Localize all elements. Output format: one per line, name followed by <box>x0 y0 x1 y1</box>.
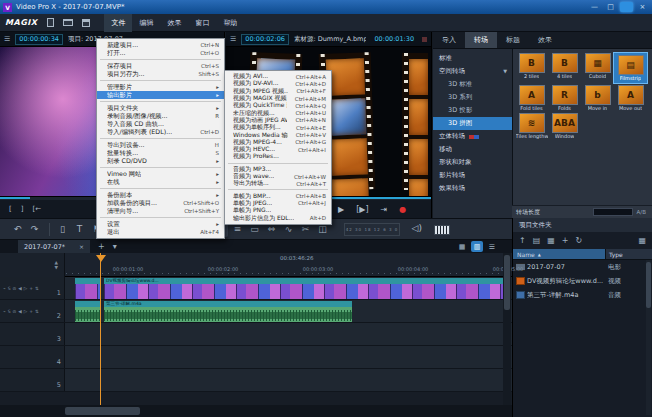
tab-转场[interactable]: 转场 <box>465 32 497 48</box>
category-3D 系列[interactable]: 3D 系列 <box>433 91 512 104</box>
column-header-name[interactable]: Name ▲ <box>513 249 605 259</box>
close-button[interactable]: × <box>636 2 649 12</box>
menu-窗口[interactable]: 窗口 <box>188 14 216 32</box>
tab-more-button[interactable]: ▾ <box>113 242 117 251</box>
category-标准[interactable]: 标准 <box>433 52 512 65</box>
file-menu-item[interactable]: 打开...Ctrl+O <box>97 49 224 57</box>
track-header[interactable]: ⌁S⊙◀▷+⇅2 <box>0 300 65 322</box>
file-menu-item[interactable]: 退出Alt+F4 <box>97 228 224 236</box>
export-menu-item[interactable]: 输出影片信息为 EDL...Alt+D <box>225 214 331 221</box>
transition-thumb[interactable]: AMove out <box>614 85 647 111</box>
delete-icon[interactable]: ▯ <box>55 222 70 237</box>
new-folder-icon[interactable]: + <box>562 236 569 245</box>
source-timecode-out[interactable]: 00:00:01:30 <box>371 35 417 44</box>
track-header[interactable]: ⌁S⊙◀▷+⇅1 <box>0 277 65 299</box>
mixer-icon[interactable] <box>434 225 450 235</box>
file-menu-item[interactable]: 清理向导...Ctrl+Shift+Y <box>97 207 224 215</box>
category-形状和对象[interactable]: 形状和对象 <box>433 156 512 169</box>
timeline-ruler[interactable]: ▲ ▼ 00:03:46:26 00:00:01:0000:00:02:0000… <box>0 253 512 277</box>
track-control-icon[interactable]: ⊙ <box>13 309 17 314</box>
new-project-icon[interactable] <box>47 18 54 27</box>
track-control-icon[interactable]: S <box>8 286 11 291</box>
open-folder-icon[interactable]: ▤ <box>533 236 541 245</box>
track-control-icon[interactable]: ▷ <box>24 309 27 314</box>
track-control-icon[interactable]: ⇅ <box>35 309 39 314</box>
view-timeline-button[interactable]: ▥ <box>471 241 483 252</box>
open-project-icon[interactable] <box>63 19 73 26</box>
category-3D 标准[interactable]: 3D 标准 <box>433 78 512 91</box>
audio-clip[interactable]: 第三节-详解.m4a <box>104 301 352 322</box>
transition-thumb[interactable]: ABAWindow <box>548 113 581 139</box>
transition-length-input[interactable] <box>593 208 633 216</box>
menu-编辑[interactable]: 编辑 <box>132 14 160 32</box>
range-marker-button[interactable]: ] <box>21 205 24 213</box>
playhead-marker[interactable] <box>96 255 106 262</box>
menu-帮助[interactable]: 帮助 <box>216 14 244 32</box>
file-menu-item[interactable]: 刻录 CD/DVD▸ <box>97 157 224 165</box>
track-control-icon[interactable]: ◀ <box>18 286 21 291</box>
program-timecode[interactable]: 00:00:00:34 <box>15 34 63 45</box>
redo-icon[interactable]: ↷ <box>27 222 42 237</box>
transition-thumb[interactable]: bMove in <box>581 85 614 111</box>
track-header[interactable]: 4 <box>0 346 65 368</box>
track-control-icon[interactable]: ▷ <box>24 286 27 291</box>
go-to-end-button[interactable]: ⇥ <box>381 205 388 214</box>
track-control-icon[interactable]: + <box>29 309 33 314</box>
transition-thumb[interactable]: B2 tiles <box>515 53 548 83</box>
transition-thumb[interactable]: ▤Filmstrip <box>614 53 647 83</box>
transition-thumb[interactable]: AFold tiles <box>515 85 548 111</box>
file-menu-item[interactable]: 输出影片▸ <box>97 91 224 99</box>
column-header-type[interactable]: Type <box>605 249 652 259</box>
track-scroll-down-icon[interactable]: ▼ <box>55 265 58 270</box>
transition-thumb[interactable]: ▦Cuboid <box>581 53 614 83</box>
tab-导入[interactable]: 导入 <box>433 32 465 48</box>
track-header[interactable]: 3 <box>0 323 65 345</box>
tab-标题[interactable]: 标题 <box>497 32 529 48</box>
category-3D 拼图[interactable]: 3D 拼图 <box>433 117 512 130</box>
source-timecode-in[interactable]: 00:00:02:06 <box>241 34 289 45</box>
computer-icon[interactable]: ▦ <box>547 236 555 245</box>
track-control-icon[interactable]: + <box>29 286 33 291</box>
range-marker-button[interactable]: [ <box>9 205 12 213</box>
track-control-icon[interactable]: ⌁ <box>3 286 6 291</box>
transition-thumb[interactable]: B4 tiles <box>548 53 581 83</box>
monitor-menu-icon[interactable]: ☰ <box>230 35 236 43</box>
file-row[interactable]: 2017-07-07电影 <box>513 260 652 274</box>
category-效果转场[interactable]: 效果转场 <box>433 182 512 195</box>
category-立体转场[interactable]: 立体转场 <box>433 130 512 143</box>
up-level-icon[interactable]: ↑ <box>519 236 526 245</box>
close-tab-icon[interactable]: × <box>79 243 84 250</box>
playhead[interactable] <box>100 253 101 405</box>
menu-文件[interactable]: 文件 <box>104 14 132 32</box>
monitor-menu-icon[interactable]: ☰ <box>4 35 10 43</box>
transition-thumb[interactable]: ≋Tiles lengthw... <box>515 113 548 139</box>
track-control-icon[interactable]: ⌁ <box>3 309 6 314</box>
tab-效果[interactable]: 效果 <box>529 32 561 48</box>
play-range-button[interactable]: [▶] <box>356 205 368 214</box>
view-storyboard-button[interactable]: ▦ <box>456 241 468 252</box>
transition-thumb[interactable]: RFolds <box>548 85 581 111</box>
video-clip[interactable] <box>75 278 100 299</box>
file-menu-item[interactable]: 导入/编辑列表 (EDL)...Ctrl+D <box>97 128 224 136</box>
refresh-icon[interactable]: ↻ <box>576 236 583 245</box>
play-button[interactable]: ▶ <box>338 205 344 214</box>
record-button[interactable]: ● <box>399 205 406 214</box>
add-tab-button[interactable]: + <box>98 242 105 251</box>
menu-效果[interactable]: 效果 <box>160 14 188 32</box>
track-header[interactable]: 5 <box>0 369 65 391</box>
range-marker-button[interactable]: [← <box>32 205 41 213</box>
minimize-button[interactable]: — <box>588 2 601 12</box>
track-control-icon[interactable]: ⇅ <box>35 286 39 291</box>
maximize-button[interactable]: □ <box>604 2 617 12</box>
timeline-horizontal-scrollbar[interactable] <box>0 405 512 417</box>
export-menu-item[interactable]: 导出为转场...Ctrl+Alt+T <box>225 180 331 187</box>
timeline-vertical-scrollbar[interactable] <box>503 253 511 405</box>
project-tab[interactable]: 2017-07-07* × <box>18 240 90 253</box>
energy-button[interactable] <box>620 2 633 12</box>
category-空间转场[interactable]: 空间转场▼ <box>433 65 512 78</box>
track-control-icon[interactable]: ◀ <box>18 309 21 314</box>
video-clip[interactable]: DV视频剪辑论坛www.d... <box>104 278 508 299</box>
category-移动[interactable]: 移动 <box>433 143 512 156</box>
track-control-icon[interactable]: ⊙ <box>13 286 17 291</box>
category-影片转场[interactable]: 影片转场 <box>433 169 512 182</box>
